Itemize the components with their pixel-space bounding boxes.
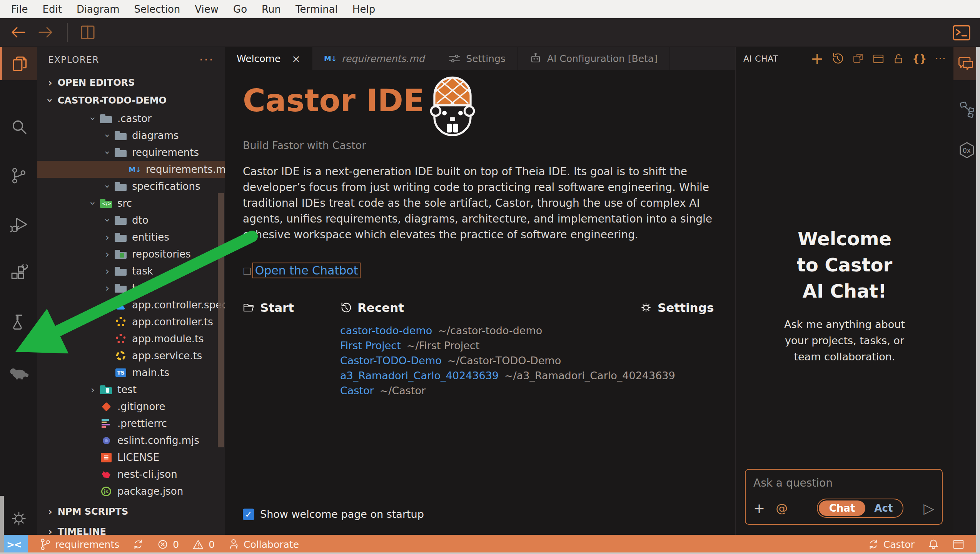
section-npm-scripts[interactable]: › NPM SCRIPTS	[37, 503, 225, 521]
menu-item[interactable]: Selection	[127, 3, 188, 15]
new-chat-icon[interactable]: +	[811, 51, 824, 66]
git-branch-status[interactable]: requirements	[39, 538, 119, 551]
history-icon[interactable]	[831, 52, 844, 65]
menu-item[interactable]: Run	[254, 3, 288, 15]
tab-ai-configuration[interactable]: AI Configuration [Beta]	[518, 47, 669, 70]
open-chatbot-link[interactable]: Open the Chatbot	[252, 263, 361, 278]
mention-at-icon[interactable]: @	[776, 501, 788, 515]
menu-item[interactable]: Diagram	[69, 3, 127, 15]
sidebar-item-explorer[interactable]	[0, 47, 37, 80]
recent-link[interactable]: First Project	[340, 338, 401, 353]
tree-item[interactable]: todo	[37, 280, 225, 296]
tab-welcome[interactable]: Welcome ×	[225, 47, 312, 70]
sidebar-item-run-debug[interactable]	[0, 214, 37, 236]
tree-item[interactable]: test	[37, 381, 225, 398]
recent-item: Castor-TODO-Demo ~/Castor-TODO-Demo	[340, 353, 640, 368]
tree-item[interactable]: nest-cli.json	[37, 466, 225, 483]
tree-item[interactable]: app.controller.spec.ts	[37, 296, 225, 313]
castor-sync-status[interactable]: Castor	[868, 539, 915, 550]
tree-item[interactable]: package.json	[37, 483, 225, 500]
split-editor-icon[interactable]	[78, 24, 97, 41]
send-icon[interactable]: ▷	[923, 500, 934, 516]
tree-item[interactable]: eslint.config.mjs	[37, 432, 225, 449]
tree-item[interactable]: .gitignore	[37, 398, 225, 415]
checkbox-checked-icon[interactable]: ✓	[243, 509, 254, 520]
open-in-new-icon[interactable]	[852, 52, 864, 65]
sidebar-item-testing[interactable]	[0, 312, 37, 333]
panel-layout-toggle[interactable]	[952, 539, 965, 550]
forward-button[interactable]	[37, 25, 55, 40]
section-open-editors[interactable]: › OPEN EDITORS	[37, 74, 225, 92]
recent-link[interactable]: Castor	[340, 383, 374, 398]
tree-item[interactable]: repositories	[37, 246, 225, 263]
sidebar-scrollbar-thumb[interactable]	[218, 193, 224, 447]
menu-item[interactable]: View	[187, 3, 226, 15]
menu-item[interactable]: Help	[345, 3, 382, 15]
tree-item[interactable]: diagrams	[37, 127, 225, 144]
tree-item[interactable]: LICENSE	[37, 449, 225, 466]
debug-icon	[9, 216, 28, 234]
show-welcome-checkbox[interactable]: ✓ Show welcome page on startup	[243, 508, 424, 520]
unlock-icon[interactable]	[893, 52, 904, 65]
more-actions-icon[interactable]: ···	[935, 52, 946, 65]
chevron-down-icon: ›	[44, 99, 56, 103]
remote-indicator[interactable]: ><	[0, 535, 28, 554]
file-icon	[114, 367, 127, 378]
terminal-icon[interactable]	[952, 23, 972, 44]
menu-item[interactable]: Terminal	[288, 3, 345, 15]
warnings-status[interactable]: 0	[192, 539, 215, 550]
chat-question-input[interactable]	[753, 477, 934, 489]
bell-icon	[928, 538, 939, 551]
tree-item[interactable]: entities	[37, 229, 225, 246]
tree-item[interactable]: task	[37, 263, 225, 280]
checkbox-label: Show welcome page on startup	[260, 508, 424, 520]
mode-chat-button[interactable]: Chat	[819, 500, 866, 516]
back-button[interactable]	[9, 25, 27, 40]
sidebar-item-search[interactable]	[0, 116, 37, 138]
sidebar-item-extensions[interactable]	[0, 263, 37, 285]
tree-item[interactable]: app.service.ts	[37, 347, 225, 364]
tree-item[interactable]: dto	[37, 212, 225, 229]
tree-item[interactable]: app.module.ts	[37, 330, 225, 347]
error-icon	[157, 539, 169, 550]
tree-item[interactable]: specifications	[37, 178, 225, 195]
collaborate-status[interactable]: Collaborate	[228, 538, 299, 551]
file-icon	[114, 350, 127, 361]
ai-chat-body: Welcome to Castor AI Chat! Ask me anythi…	[736, 70, 953, 535]
sidebar-item-source-control[interactable]	[0, 165, 37, 187]
mode-act-button[interactable]: Act	[865, 500, 902, 516]
section-timeline[interactable]: › TIMELINE	[37, 523, 225, 535]
explorer-more-actions-icon[interactable]: ···	[199, 52, 214, 67]
braces-icon[interactable]: {}	[912, 53, 927, 64]
recent-link[interactable]: a3_Ramadori_Carlo_40243639	[340, 368, 499, 383]
start-heading: Start	[260, 301, 294, 315]
tree-item[interactable]: .castor	[37, 110, 225, 127]
errors-status[interactable]: 0	[157, 539, 179, 550]
sidebar-item-castor-beaver[interactable]	[0, 361, 37, 382]
tree-item[interactable]: main.ts	[37, 364, 225, 381]
menu-item[interactable]: Go	[226, 3, 254, 15]
window-scrollbar[interactable]	[976, 47, 980, 554]
tree-item[interactable]: .prettierrc	[37, 415, 225, 432]
attach-plus-icon[interactable]: +	[753, 500, 765, 516]
tree-item[interactable]: app.controller.ts	[37, 313, 225, 330]
split-layout-icon[interactable]	[872, 52, 885, 65]
tab-requirements-md[interactable]: M↓ requirements.md	[312, 47, 436, 70]
chat-input-box: + @ Chat Act ▷	[745, 469, 943, 525]
section-workspace-root[interactable]: › CASTOR-TODO-DEMO	[37, 92, 225, 109]
tree-chevron-icon	[102, 249, 113, 260]
notifications-bell[interactable]	[928, 538, 939, 551]
recent-link[interactable]: Castor-TODO-Demo	[340, 353, 442, 368]
manage-settings-button[interactable]	[0, 508, 37, 529]
close-icon[interactable]: ×	[292, 53, 301, 65]
file-icon	[100, 469, 113, 480]
menu-item[interactable]: File	[4, 3, 35, 15]
recent-link[interactable]: castor-todo-demo	[340, 323, 432, 338]
sync-status[interactable]	[132, 539, 144, 550]
tree-item[interactable]: src	[37, 195, 225, 212]
tree-chevron-icon	[87, 198, 98, 209]
tree-item[interactable]: requirements	[37, 144, 225, 161]
tab-settings[interactable]: Settings	[436, 47, 518, 70]
tree-item[interactable]: requirements.md	[37, 161, 225, 178]
menu-item[interactable]: Edit	[35, 3, 69, 15]
